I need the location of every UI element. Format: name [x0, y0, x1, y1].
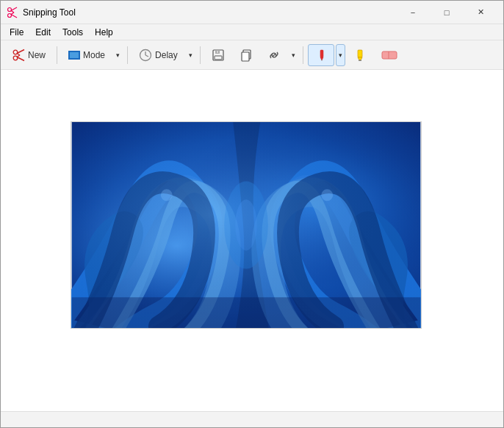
separator-3	[200, 46, 201, 64]
svg-point-1	[8, 13, 12, 17]
separator-2	[127, 46, 128, 64]
svg-line-3	[11, 14, 17, 18]
mode-dropdown[interactable]: ▾	[113, 44, 123, 66]
separator-1	[57, 46, 57, 64]
svg-rect-24	[358, 50, 362, 57]
svg-rect-21	[320, 50, 323, 57]
svg-line-9	[17, 57, 24, 60]
save-icon	[212, 49, 225, 62]
window-title: Snipping Tool	[23, 7, 396, 18]
svg-rect-17	[215, 56, 222, 60]
svg-rect-20	[242, 52, 249, 61]
svg-rect-34	[72, 122, 421, 328]
maximize-button[interactable]: □	[430, 1, 464, 24]
menu-edit[interactable]: Edit	[29, 26, 57, 39]
menu-file[interactable]: File	[4, 26, 29, 39]
toolbar: New Mode ▾ Delay ▾	[1, 40, 503, 70]
scissors-icon	[12, 49, 25, 62]
svg-line-2	[11, 7, 17, 11]
svg-line-8	[17, 49, 24, 53]
svg-rect-27	[382, 51, 397, 59]
save-button[interactable]	[205, 44, 231, 66]
mode-label: Mode	[83, 50, 105, 60]
svg-point-36	[161, 189, 173, 201]
pen-icon	[314, 49, 328, 62]
highlighter-button[interactable]	[347, 44, 373, 66]
snipped-image	[71, 121, 422, 329]
menu-tools[interactable]: Tools	[57, 26, 89, 39]
pen-button[interactable]	[308, 44, 334, 66]
canvas-area[interactable]	[1, 70, 503, 411]
canvas-content	[1, 70, 503, 411]
svg-line-11	[17, 55, 20, 57]
copy-button[interactable]	[233, 44, 259, 66]
svg-point-37	[321, 189, 333, 201]
clock-icon	[139, 49, 152, 62]
svg-rect-26	[359, 60, 361, 61]
copy-icon	[240, 49, 253, 62]
svg-point-0	[8, 7, 12, 11]
highlighter-icon	[353, 49, 367, 62]
status-bar	[1, 411, 503, 427]
close-button[interactable]: ✕	[464, 1, 497, 24]
new-label: New	[28, 50, 46, 60]
eraser-icon	[381, 50, 397, 60]
menu-bar: File Edit Tools Help	[1, 24, 503, 40]
annotate-dropdown[interactable]: ▾	[289, 44, 298, 66]
svg-line-5	[11, 13, 14, 15]
link-icon	[267, 49, 281, 62]
eraser-button[interactable]	[375, 44, 404, 66]
svg-marker-25	[358, 57, 362, 60]
app-icon	[7, 7, 18, 18]
title-bar: Snipping Tool − □ ✕	[1, 1, 503, 24]
annotate-button[interactable]	[261, 44, 287, 66]
mode-icon	[68, 51, 80, 60]
pen-dropdown[interactable]: ▾	[336, 44, 345, 66]
svg-line-14	[145, 55, 148, 57]
new-button[interactable]: New	[5, 44, 52, 66]
delay-dropdown[interactable]: ▾	[186, 44, 195, 66]
delay-button[interactable]: Delay	[132, 44, 184, 66]
minimize-button[interactable]: −	[396, 1, 430, 24]
main-window: Snipping Tool − □ ✕ File Edit Tools Help…	[0, 0, 504, 428]
separator-4	[303, 46, 303, 64]
svg-rect-35	[72, 297, 421, 328]
mode-button[interactable]: Mode	[62, 44, 112, 66]
wallpaper-svg	[71, 122, 421, 328]
window-controls: − □ ✕	[396, 1, 497, 24]
delay-label: Delay	[155, 50, 178, 60]
svg-marker-22	[320, 57, 323, 60]
svg-marker-23	[321, 60, 322, 61]
menu-help[interactable]: Help	[89, 26, 119, 39]
